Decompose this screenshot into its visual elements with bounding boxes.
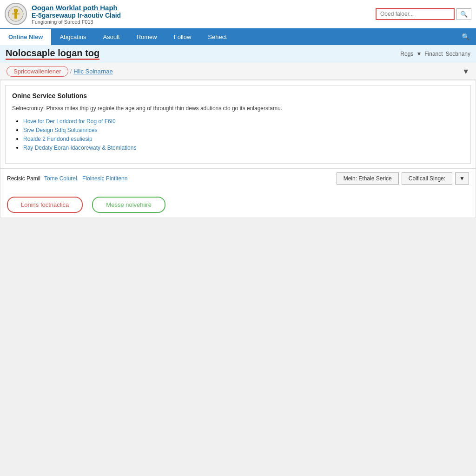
bottom-bar-dropdown-button[interactable]: ▼ <box>455 172 469 185</box>
secondary-bar-right: Rogs ▼ Financt Socbnany <box>400 51 470 57</box>
socbnany-label: Socbnany <box>446 51 470 57</box>
header-search: 🔍 <box>376 8 471 20</box>
rogs-label: Rogs <box>400 51 413 57</box>
content-list: Hove for Der Lorldord for Rog of F6I0 Si… <box>23 118 464 151</box>
svg-rect-3 <box>12 13 14 14</box>
list-link-2[interactable]: Sive Design Sdlq Solusinnces <box>23 127 97 133</box>
lonins-button[interactable]: Lonins foctnaclica <box>7 197 83 213</box>
nav-item-abgcatins[interactable]: Abgcatins <box>51 29 94 45</box>
svg-rect-6 <box>16 16 17 19</box>
list-item: Sive Design Sdlq Solusinnces <box>23 126 464 133</box>
nav-item-online[interactable]: Online Nlew <box>0 29 51 45</box>
bottom-bar-label: Recisic Pamil <box>7 175 40 182</box>
content-description: Selnecronuy: Phrsss mites thip gy regiol… <box>12 104 464 113</box>
main-content: Onine Service Solutions Selnecronuy: Phr… <box>0 80 476 218</box>
header-left: Oogan Worklat poth Haph E-5garsewaup Ir-… <box>5 3 121 25</box>
nav-item-asoult[interactable]: Asoult <box>95 29 128 45</box>
messe-button[interactable]: Messe nolvehiire <box>92 197 165 213</box>
secondary-bar-left: Nolocsaple logan tog <box>6 48 99 60</box>
header-title-line1: Oogan Worklat poth Haph <box>32 4 121 12</box>
sub-nav-separator: / <box>70 68 72 75</box>
header-title-line2: E-5garsewaup Ir-aoutiv Claid <box>32 12 121 19</box>
bottom-bar-left: Recisic Pamil Tome Coiurel. Floinesic Pl… <box>7 175 127 182</box>
svg-point-1 <box>14 9 18 13</box>
list-link-4[interactable]: Ray Dedaty Eoran Idacorewaty & Btemlatlo… <box>23 145 136 151</box>
header-subtitle: Fungioning of Surced F013 <box>32 19 121 25</box>
sub-nav-link[interactable]: Hiic Solnarnae <box>73 68 113 75</box>
bottom-bar-link1[interactable]: Tome Coiurel. <box>44 175 79 182</box>
main-service-button[interactable]: Mein: Ethale Serice <box>337 172 399 185</box>
sub-nav: Spricowallenlener / Hiic Solnarnae ▼ <box>0 63 476 80</box>
list-item: Roalde 2 Fundond esuliesip <box>23 135 464 142</box>
svg-rect-2 <box>14 13 17 16</box>
content-box-title: Onine Service Solutions <box>12 92 464 99</box>
main-nav: Online Nlew Abgcatins Asoult Romew Follo… <box>0 28 476 45</box>
list-link-1[interactable]: Hove for Der Lorldord for Rog of F6I0 <box>23 118 116 125</box>
list-link-3[interactable]: Roalde 2 Fundond esuliesip <box>23 136 93 142</box>
svg-rect-4 <box>17 13 20 14</box>
nav-item-follow[interactable]: Follow <box>165 29 200 45</box>
bottom-bar-link2[interactable]: Floinesic Plntitenn <box>82 175 127 182</box>
search-input[interactable] <box>376 8 455 20</box>
action-buttons: Lonins foctnaclica Messe nolvehiire <box>0 188 476 218</box>
sub-nav-dropdown-icon[interactable]: ▼ <box>462 67 469 76</box>
sub-nav-item-main[interactable]: Spricowallenlener <box>7 66 68 77</box>
logo <box>5 3 27 25</box>
nav-search-button[interactable]: 🔍 <box>455 28 476 45</box>
financt-label: Financt <box>424 51 443 57</box>
list-item: Ray Dedaty Eoran Idacorewaty & Btemlatlo… <box>23 144 464 151</box>
list-item: Hove for Der Lorldord for Rog of F6I0 <box>23 118 464 125</box>
search-button[interactable]: 🔍 <box>456 8 471 20</box>
top-header: Oogan Worklat poth Haph E-5garsewaup Ir-… <box>0 0 476 28</box>
bottom-bar: Recisic Pamil Tome Coiurel. Floinesic Pl… <box>0 168 476 188</box>
bottom-bar-right: Mein: Ethale Serice Colficall Singe: ▼ <box>337 172 469 185</box>
secondary-bar: Nolocsaple logan tog Rogs ▼ Financt Socb… <box>0 45 476 63</box>
content-box: Onine Service Solutions Selnecronuy: Phr… <box>5 85 471 164</box>
rogs-dropdown-icon[interactable]: ▼ <box>416 51 422 57</box>
nav-item-sehect[interactable]: Sehect <box>199 29 235 45</box>
header-text: Oogan Worklat poth Haph E-5garsewaup Ir-… <box>32 4 121 25</box>
colficall-button[interactable]: Colficall Singe: <box>402 172 452 185</box>
nav-item-romew[interactable]: Romew <box>128 29 165 45</box>
page-title: Nolocsaple logan tog <box>6 48 99 58</box>
svg-rect-5 <box>14 16 16 19</box>
